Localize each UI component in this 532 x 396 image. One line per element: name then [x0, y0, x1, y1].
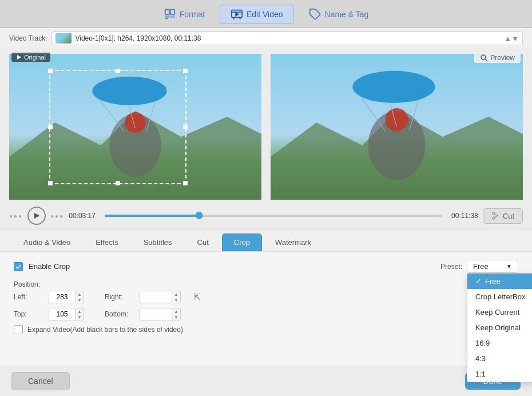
video-track-thumb — [55, 33, 72, 43]
svg-point-14 — [125, 112, 145, 133]
top-input[interactable]: ▲ ▼ — [49, 308, 84, 320]
preset-select[interactable]: Free ▼ ✓ Free Crop LetterBox — [467, 260, 518, 273]
svg-rect-0 — [165, 10, 169, 15]
bottom-down[interactable]: ▼ — [172, 314, 180, 320]
tab-crop[interactable]: Crop — [222, 233, 262, 251]
preset-option-4-3[interactable]: 4:3 — [467, 351, 532, 366]
preview-area: Original Preview — [0, 49, 532, 202]
tab-audio-video[interactable]: Audio & Video — [11, 233, 82, 251]
position-row-1: Left: ▲ ▼ Right: ▲ ▼ ⇱ — [14, 291, 518, 303]
position-label-row: Position: — [14, 280, 518, 288]
bottom-up[interactable]: ▲ — [172, 308, 180, 314]
video-track-label: Video Track: — [9, 34, 47, 42]
playback-bar: ●●● ●●● 00:03:17 00:11:38 Cut — [0, 202, 532, 229]
current-time: 00:03:17 — [69, 212, 100, 220]
svg-line-10 — [486, 60, 488, 62]
edit-video-button[interactable]: Edit Video — [220, 5, 294, 24]
play-button[interactable] — [27, 207, 46, 225]
preset-option-free[interactable]: ✓ Free — [467, 274, 532, 289]
svg-point-26 — [352, 71, 435, 103]
name-tag-label: Name & Tag — [325, 10, 369, 19]
dots-left: ●●● — [9, 213, 23, 219]
bottom-value[interactable] — [140, 308, 172, 320]
left-down[interactable]: ▼ — [76, 297, 84, 303]
toolbar: Format Edit Video Name & Tag — [0, 0, 532, 28]
enable-crop-label: Enable Crop — [29, 262, 70, 271]
left-value[interactable] — [49, 291, 75, 303]
expand-row: Expand Video(Add black bars to the sides… — [14, 325, 518, 334]
bottom-spinner: ▲ ▼ — [172, 308, 180, 320]
left-label: Left: — [14, 293, 45, 301]
cut-label: Cut — [503, 212, 514, 220]
svg-line-30 — [494, 215, 498, 216]
right-spinner: ▲ ▼ — [172, 291, 180, 303]
tab-cut[interactable]: Cut — [185, 233, 221, 251]
tab-effects[interactable]: Effects — [84, 233, 130, 251]
video-track-select[interactable]: Video-1[0x1]: h264, 1920x1080, 00:11:38 … — [51, 31, 523, 45]
video-track-bar: Video Track: Video-1[0x1]: h264, 1920x10… — [0, 28, 532, 49]
preset-option-letterbox[interactable]: Crop LetterBox — [467, 289, 532, 304]
end-time: 00:11:38 — [447, 212, 478, 220]
edit-video-label: Edit Video — [247, 10, 283, 19]
format-label: Format — [180, 10, 205, 19]
chevron-down-icon: ▼ — [506, 263, 512, 270]
left-up[interactable]: ▲ — [76, 291, 84, 297]
preset-select-button[interactable]: Free ▼ — [467, 260, 518, 273]
svg-marker-8 — [17, 55, 21, 60]
bottom-input[interactable]: ▲ ▼ — [140, 308, 181, 320]
position-label: Position: — [14, 280, 40, 288]
format-button[interactable]: Format — [153, 5, 215, 23]
svg-point-29 — [493, 217, 495, 219]
crop-tab-content: Enable Crop Preset: Free ▼ ✓ Free — [0, 252, 532, 340]
cut-button[interactable]: Cut — [483, 208, 523, 224]
tab-subtitles[interactable]: Subtitles — [132, 233, 184, 251]
right-input[interactable]: ▲ ▼ — [140, 291, 181, 303]
preset-option-keep-current[interactable]: Keep Current — [467, 304, 532, 320]
svg-point-28 — [493, 212, 495, 215]
preset-option-1-1[interactable]: 1:1 — [467, 366, 532, 382]
svg-point-9 — [481, 55, 486, 60]
preset-row: Preset: Free ▼ ✓ Free — [440, 260, 518, 273]
progress-thumb[interactable] — [196, 212, 203, 219]
checkmark-icon: ✓ — [475, 277, 482, 286]
tabs-row: Audio & Video Effects Subtitles Cut Crop… — [0, 230, 532, 252]
main-window: Format Edit Video Name & Tag Video Track… — [0, 0, 532, 396]
enable-crop-checkbox[interactable] — [14, 262, 23, 271]
svg-marker-27 — [34, 213, 39, 219]
top-value[interactable] — [49, 308, 75, 320]
bottom-bar: Cancel Done — [0, 366, 532, 396]
progress-fill — [105, 215, 199, 217]
svg-line-31 — [494, 216, 498, 217]
tab-panel: Audio & Video Effects Subtitles Cut Crop… — [0, 229, 532, 366]
svg-point-22 — [385, 108, 408, 131]
enable-crop-row: Enable Crop Preset: Free ▼ ✓ Free — [14, 260, 518, 273]
top-up[interactable]: ▲ — [76, 308, 84, 314]
right-down[interactable]: ▼ — [172, 297, 180, 303]
video-track-text: Video-1[0x1]: h264, 1920x1080, 00:11:38 — [75, 34, 201, 42]
preset-option-keep-original[interactable]: Keep Original — [467, 320, 532, 335]
right-up[interactable]: ▲ — [172, 291, 180, 297]
dots-right: ●●● — [50, 213, 64, 219]
svg-point-18 — [92, 77, 166, 105]
bottom-label: Bottom: — [105, 310, 136, 318]
expand-checkbox[interactable] — [14, 325, 23, 334]
svg-rect-1 — [170, 10, 174, 15]
video-track-arrow: ▲▼ — [504, 34, 519, 43]
top-spinner: ▲ ▼ — [75, 308, 84, 320]
right-label: Right: — [105, 293, 136, 301]
expand-label: Expand Video(Add black bars to the sides… — [27, 326, 183, 334]
progress-bar[interactable] — [105, 215, 442, 217]
original-label: Original — [11, 53, 50, 62]
right-value[interactable] — [140, 291, 172, 303]
preset-label: Preset: — [440, 263, 462, 271]
left-spinner: ▲ ▼ — [75, 291, 84, 303]
left-input[interactable]: ▲ ▼ — [49, 291, 84, 303]
preset-selected-value: Free — [473, 262, 489, 271]
cancel-button[interactable]: Cancel — [11, 372, 70, 390]
name-tag-button[interactable]: Name & Tag — [299, 5, 379, 23]
left-preview-bg — [9, 54, 261, 200]
top-down[interactable]: ▼ — [76, 314, 84, 320]
tab-watermark[interactable]: Watermark — [263, 233, 323, 251]
preset-option-16-9[interactable]: 16:9 — [467, 335, 532, 351]
position-row-2: Top: ▲ ▼ Bottom: ▲ ▼ — [14, 308, 518, 320]
